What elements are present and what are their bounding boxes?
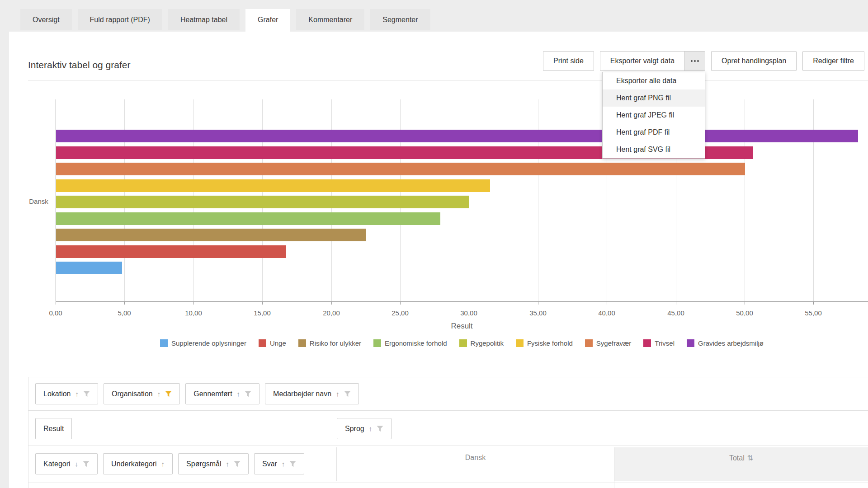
table-top-border — [28, 377, 868, 377]
tab-bar: OversigtFuld rapport (PDF)Heatmap tabelG… — [20, 9, 430, 32]
tick-mark — [469, 302, 469, 305]
column-button-svar[interactable]: Svar↑ — [254, 453, 304, 474]
legend-item-fysiske-forhold[interactable]: Fysiske forhold — [516, 339, 573, 347]
bar-rygepolitik[interactable] — [56, 196, 469, 208]
bar-fysiske-forhold[interactable] — [56, 179, 490, 192]
tab-kommentarer[interactable]: Kommentarer — [296, 9, 364, 30]
column-button-result[interactable]: Result — [35, 418, 72, 439]
bar-sygefrav-r[interactable] — [56, 163, 745, 175]
legend-swatch — [298, 339, 306, 347]
x-tick-label: 30,00 — [451, 309, 487, 317]
sort-both-icon: ⇅ — [747, 454, 753, 462]
create-action-plan-button[interactable]: Opret handlingsplan — [711, 51, 797, 71]
export-menu: Eksporter alle dataHent graf PNG filHent… — [602, 72, 705, 159]
tick-mark — [745, 302, 745, 305]
legend-item-supplerende-oplysninger[interactable]: Supplerende oplysninger — [160, 339, 246, 347]
legend-label: Trivsel — [655, 339, 675, 347]
column-button-organisation[interactable]: Organisation↑ — [104, 383, 180, 404]
tab-segmenter[interactable]: Segmenter — [370, 9, 430, 30]
export-selected-button[interactable]: Eksporter valgt data — [600, 52, 684, 70]
legend-swatch — [687, 339, 694, 347]
filter-funnel-icon — [377, 426, 383, 432]
column-header-dansk[interactable]: Dansk — [337, 447, 614, 481]
tab-fuld-rapport-pdf[interactable]: Fuld rapport (PDF) — [78, 9, 162, 30]
legend-swatch — [643, 339, 651, 347]
bar-ergonomiske-forhold[interactable] — [56, 212, 440, 225]
tab-oversigt[interactable]: Oversigt — [20, 9, 72, 30]
sort-arrow-down-icon: ↓ — [75, 460, 79, 468]
sort-arrow-up-icon: ↑ — [157, 390, 161, 398]
legend-label: Sygefravær — [596, 339, 632, 347]
x-tick-label: 5,00 — [106, 309, 142, 317]
legend-label: Fysiske forhold — [527, 339, 573, 347]
sort-arrow-up-icon: ↑ — [336, 390, 340, 398]
tab-grafer[interactable]: Grafer — [245, 9, 290, 32]
filter-row-1: Lokation↑Organisation↑Gennemført↑Medarbe… — [35, 383, 359, 404]
x-axis-title: Result — [56, 322, 868, 331]
x-tick-label: 35,00 — [520, 309, 556, 317]
filter-funnel-icon — [165, 391, 172, 397]
tick-mark — [193, 302, 194, 305]
filter-funnel-icon — [234, 461, 241, 467]
x-tick-label: 0,00 — [38, 309, 74, 317]
legend-item-trivsel[interactable]: Trivsel — [643, 339, 675, 347]
legend-item-ergonomiske-forhold[interactable]: Ergonomiske forhold — [373, 339, 447, 347]
column-button-label: Sprog — [345, 425, 364, 433]
x-tick-label: 10,00 — [175, 309, 212, 317]
legend-item-risiko-for-ulykker[interactable]: Risiko for ulykker — [298, 339, 361, 347]
tick-mark — [813, 302, 814, 305]
tick-mark — [538, 302, 538, 305]
column-button-sp-rgsm-l[interactable]: Spørgsmål↑ — [178, 453, 249, 474]
edit-filters-button[interactable]: Rediger filtre — [802, 51, 864, 71]
tick-mark — [676, 302, 676, 305]
column-button-sprog[interactable]: Sprog↑ — [337, 418, 392, 439]
column-button-lokation[interactable]: Lokation↑ — [35, 383, 98, 404]
table-left-border — [28, 377, 28, 488]
column-button-kategori[interactable]: Kategori↓ — [35, 453, 98, 474]
tick-mark — [331, 302, 332, 305]
bar-unge[interactable] — [56, 245, 286, 258]
x-axis-line — [56, 301, 868, 302]
print-button[interactable]: Print side — [543, 51, 594, 71]
total-header-label: Total — [729, 454, 745, 462]
legend-swatch — [459, 339, 467, 347]
column-button-underkategori[interactable]: Underkategori↑ — [103, 453, 173, 474]
menu-item-hent-graf-svg-fil[interactable]: Hent graf SVG fil — [603, 141, 705, 158]
column-button-medarbejder-navn[interactable]: Medarbejder navn↑ — [265, 383, 359, 404]
bar-gravides-arbejdsmilj[interactable] — [56, 130, 858, 142]
sort-arrow-up-icon: ↑ — [161, 460, 165, 468]
legend-item-sygefrav-r[interactable]: Sygefravær — [585, 339, 632, 347]
sort-arrow-up-icon: ↑ — [369, 425, 373, 432]
row-divider-3 — [28, 483, 868, 483]
legend-label: Ergonomiske forhold — [385, 339, 447, 347]
more-options-icon[interactable] — [684, 52, 705, 70]
menu-item-eksporter-alle-data[interactable]: Eksporter alle data — [603, 72, 705, 89]
column-header-total[interactable]: Total⇅ — [614, 447, 868, 481]
legend-label: Risiko for ulykker — [310, 339, 361, 347]
menu-item-hent-graf-pdf-fil[interactable]: Hent graf PDF fil — [603, 124, 705, 141]
x-tick-label: 15,00 — [244, 309, 280, 317]
legend-item-rygepolitik[interactable]: Rygepolitik — [459, 339, 504, 347]
chart-legend: Supplerende oplysningerUngeRisiko for ul… — [56, 339, 868, 347]
legend-label: Gravides arbejdsmiljø — [698, 339, 764, 347]
sort-arrow-up-icon: ↑ — [282, 460, 285, 468]
legend-item-gravides-arbejdsmilj[interactable]: Gravides arbejdsmiljø — [687, 339, 764, 347]
tab-heatmap-tabel[interactable]: Heatmap tabel — [168, 9, 240, 30]
column-button-gennemf-rt[interactable]: Gennemført↑ — [185, 383, 259, 404]
column-button-label: Underkategori — [111, 460, 157, 468]
dansk-header-label: Dansk — [465, 454, 486, 461]
column-button-label: Svar — [262, 460, 277, 468]
menu-item-hent-graf-jpeg-fil[interactable]: Hent graf JPEG fil — [603, 107, 705, 124]
menu-item-hent-graf-png-fil[interactable]: Hent graf PNG fil — [603, 89, 705, 107]
bar-supplerende-oplysninger[interactable] — [56, 262, 122, 274]
legend-item-unge[interactable]: Unge — [259, 339, 286, 347]
filter-row-3: Kategori↓Underkategori↑Spørgsmål↑Svar↑ — [35, 453, 304, 474]
tick-mark — [124, 302, 125, 305]
x-tick-label: 40,00 — [589, 309, 625, 317]
x-tick-label: 55,00 — [795, 309, 831, 317]
x-tick-label: 45,00 — [658, 309, 694, 317]
x-tick-label: 50,00 — [726, 309, 763, 317]
bar-risiko-for-ulykker[interactable] — [56, 229, 366, 241]
tick-mark — [607, 302, 607, 305]
legend-swatch — [259, 339, 266, 347]
